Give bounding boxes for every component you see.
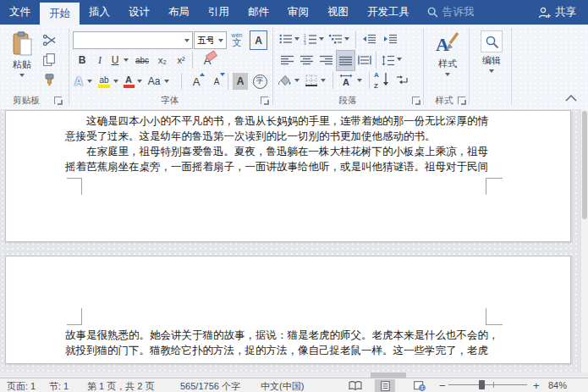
font-size-combo[interactable] <box>194 31 227 49</box>
bold-glyph: B <box>79 54 86 66</box>
paragraph-dialog-launcher[interactable] <box>412 97 420 104</box>
clear-formatting-button[interactable]: A <box>197 51 217 69</box>
bullets-button[interactable] <box>278 30 293 47</box>
font-name-input[interactable] <box>74 36 182 46</box>
align-right-button[interactable] <box>317 51 334 69</box>
tell-me-label: 告诉我 <box>442 5 475 19</box>
zoom-out-button[interactable]: − <box>439 379 446 392</box>
styles-button[interactable]: A 样式 <box>428 28 467 94</box>
vertical-scrollbar[interactable] <box>580 109 588 373</box>
tab-developer[interactable]: 开发工具 <box>358 0 419 25</box>
tab-view[interactable]: 视图 <box>318 0 358 25</box>
strikethrough-button[interactable]: abc <box>132 52 152 69</box>
web-layout-button[interactable] <box>414 381 426 392</box>
text-effects-glyph: A <box>74 75 83 88</box>
print-layout-button[interactable] <box>375 379 395 392</box>
font-name-combo[interactable] <box>73 31 193 49</box>
change-case-dropdown-arrow[interactable] <box>164 80 169 83</box>
status-page-of-pages[interactable]: 第 1 页，共 2 页 <box>87 380 154 392</box>
phonetic-guide-button[interactable]: wén 文 <box>228 29 246 51</box>
subscript-button[interactable]: x₂ <box>154 52 171 69</box>
numbering-dropdown-arrow[interactable] <box>319 37 324 41</box>
multilevel-list-button[interactable] <box>328 30 343 47</box>
copy-button[interactable] <box>41 51 58 68</box>
zoom-in-button[interactable]: + <box>533 379 540 392</box>
clipboard-group-label: 剪贴板 <box>2 95 51 107</box>
tab-home[interactable]: 开始 <box>40 3 80 25</box>
status-word-count[interactable]: 565/1756 个字 <box>180 380 240 392</box>
grow-font-button[interactable]: A <box>187 72 206 91</box>
tab-layout[interactable]: 布局 <box>159 0 199 25</box>
read-mode-button[interactable] <box>349 381 362 392</box>
document-text-line: 就投到猫的门下。猫教给它扑的方法，捉的方法，像自己捉老鼠一样。这一些学完了，老虎 <box>65 345 488 357</box>
tab-review[interactable]: 审阅 <box>278 0 318 25</box>
numbering-button[interactable]: 123 <box>303 30 317 47</box>
font-size-input[interactable] <box>195 36 216 46</box>
tab-references[interactable]: 引用 <box>199 0 239 25</box>
vertical-scrollbar-thumb[interactable] <box>582 111 587 219</box>
asian-layout-dropdown-arrow[interactable] <box>357 79 362 82</box>
format-painter-button[interactable] <box>41 71 58 88</box>
text-effects-button[interactable]: A <box>72 72 85 91</box>
change-case-glyph: Aa <box>148 75 161 87</box>
tab-mailings[interactable]: 邮件 <box>239 0 278 25</box>
tab-file[interactable]: 文件 <box>0 0 40 25</box>
clipboard-dialog-launcher[interactable] <box>54 97 62 104</box>
distribute-button[interactable] <box>356 51 373 69</box>
line-spacing-button[interactable] <box>381 51 396 69</box>
increase-indent-button[interactable] <box>382 30 398 47</box>
styles-dialog-launcher[interactable] <box>458 97 465 104</box>
font-color-dropdown-arrow[interactable] <box>137 80 142 83</box>
asian-layout-button[interactable]: A <box>338 71 354 90</box>
borders-dropdown-arrow[interactable] <box>321 79 326 82</box>
zoom-slider-track[interactable] <box>448 384 527 385</box>
status-page-number[interactable]: 页面: 1 <box>7 380 36 392</box>
character-border-button[interactable]: A <box>250 30 267 50</box>
shrink-font-button[interactable]: A <box>207 72 226 91</box>
paste-button[interactable]: 粘贴 <box>6 28 38 94</box>
tab-insert[interactable]: 插入 <box>80 0 119 25</box>
font-color-button[interactable]: A <box>122 72 135 91</box>
share-label: 共享 <box>555 5 576 19</box>
highlight-dropdown-arrow[interactable] <box>113 80 118 83</box>
text-effects-dropdown-arrow[interactable] <box>87 80 92 83</box>
shading-dropdown-arrow[interactable] <box>294 79 299 82</box>
status-language[interactable]: 中文(中国) <box>261 380 304 392</box>
bold-button[interactable]: B <box>74 52 90 69</box>
sort-button[interactable]: A Z <box>373 71 390 90</box>
multilevel-dropdown-arrow[interactable] <box>344 37 349 41</box>
italic-button[interactable]: I <box>93 52 107 69</box>
editing-button[interactable]: 编辑 <box>472 28 511 94</box>
zoom-slider-thumb[interactable] <box>479 380 485 389</box>
status-section[interactable]: 节: 1 <box>49 380 69 392</box>
highlight-color-button[interactable]: ab <box>96 72 112 91</box>
change-case-button[interactable]: Aa <box>146 72 162 91</box>
page-1[interactable]: 这确是四本小小的不平凡的书，鲁迅从长妈妈的手里，连带着她的那一份无比深厚的情 意… <box>5 110 571 242</box>
enclose-characters-button[interactable]: 字 <box>251 72 268 91</box>
character-shading-button[interactable]: A <box>233 73 248 90</box>
tell-me-box[interactable]: 告诉我 <box>427 0 475 25</box>
shading-button[interactable] <box>277 71 292 90</box>
superscript-button[interactable]: x² <box>173 52 190 69</box>
show-hide-marks-button[interactable] <box>394 71 410 90</box>
justify-button[interactable] <box>336 50 355 71</box>
underline-dropdown-arrow[interactable] <box>124 58 129 62</box>
zoom-percentage[interactable]: 84% <box>548 380 567 390</box>
cut-button[interactable] <box>41 31 58 48</box>
subscript-glyph: x₂ <box>158 55 167 65</box>
decrease-indent-button[interactable] <box>361 30 377 47</box>
collapse-ribbon-chevron[interactable] <box>565 95 577 102</box>
scissors-icon <box>43 35 56 46</box>
underline-button[interactable]: U <box>108 52 122 69</box>
borders-button[interactable] <box>304 71 318 90</box>
bullets-dropdown-arrow[interactable] <box>294 37 299 41</box>
tab-design[interactable]: 设计 <box>119 0 159 25</box>
align-left-button[interactable] <box>278 51 295 69</box>
share-button[interactable]: 共享 <box>538 0 576 25</box>
align-center-button[interactable] <box>298 51 315 69</box>
shrink-font-glyph: A <box>214 77 220 86</box>
font-dialog-launcher[interactable] <box>261 97 268 104</box>
page-2[interactable]: 故事是很熟悉的。她会讲关于猫的故事，据说：猫是老虎的师父。老虎本来是什么也不会的… <box>5 256 571 364</box>
enclose-circle: 字 <box>253 75 267 89</box>
line-spacing-dropdown-arrow[interactable] <box>397 58 402 61</box>
